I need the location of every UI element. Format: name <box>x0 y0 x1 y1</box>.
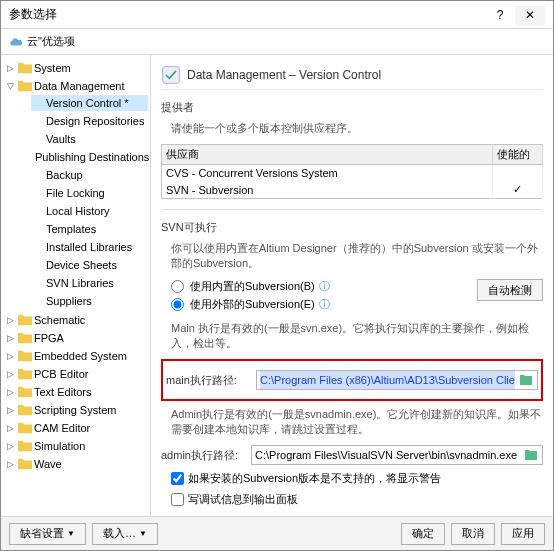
tree-item[interactable]: ▷Scripting System <box>3 402 148 418</box>
expand-icon[interactable]: ▷ <box>5 459 16 470</box>
tree-item[interactable]: Suppliers <box>31 293 148 309</box>
radio-internal[interactable] <box>171 280 184 293</box>
radio-internal-label: 使用内置的Subversion(B) <box>190 279 315 294</box>
main-path-highlight: main执行路径: <box>161 359 543 401</box>
page-title: Data Management – Version Control <box>187 68 381 82</box>
main-path-label: main执行路径: <box>166 373 256 388</box>
col-provider: 供应商 <box>162 145 493 165</box>
provider-name: SVN - Subversion <box>162 181 493 199</box>
expand-icon[interactable]: ▷ <box>5 351 16 362</box>
tree-data-mgmt[interactable]: Data Management <box>34 80 125 92</box>
tree-item[interactable]: ▷Schematic <box>3 312 148 328</box>
main-path-input[interactable] <box>260 371 515 389</box>
tree-item[interactable]: File Locking <box>31 185 148 201</box>
providers-desc: 请使能一个或多个版本控制供应程序。 <box>171 121 543 136</box>
svn-desc: 你可以使用内置在Altium Designer（推荐的）中的Subversion… <box>171 241 543 271</box>
radio-external-label: 使用外部的Subversion(E) <box>190 297 315 312</box>
tree-item[interactable]: Local History <box>31 203 148 219</box>
check-unsupported[interactable] <box>171 472 184 485</box>
radio-external[interactable] <box>171 298 184 311</box>
cloud-label: 云"优选项 <box>27 34 75 49</box>
provider-enabled[interactable] <box>493 165 543 182</box>
expand-icon[interactable]: ▷ <box>5 63 16 74</box>
tree-item[interactable]: Version Control * <box>31 95 148 111</box>
svn-title: SVN可执行 <box>161 220 543 235</box>
expand-icon[interactable]: ▷ <box>5 369 16 380</box>
tree-item[interactable]: Backup <box>31 167 148 183</box>
info-icon[interactable]: ⓘ <box>319 297 330 312</box>
tree-item[interactable]: ▷Embedded System <box>3 348 148 364</box>
info-icon[interactable]: ⓘ <box>319 279 330 294</box>
tree-item[interactable]: ▷Simulation <box>3 438 148 454</box>
auto-detect-button[interactable]: 自动检测 <box>477 279 543 301</box>
window-title: 参数选择 <box>9 6 485 23</box>
chevron-down-icon: ▼ <box>139 529 147 538</box>
admin-path-label: admin执行路径: <box>161 448 251 463</box>
expand-icon[interactable]: ▷ <box>5 315 16 326</box>
providers-title: 提供者 <box>161 100 543 115</box>
col-enabled: 使能的 <box>493 145 543 165</box>
close-button[interactable]: ✕ <box>515 5 545 25</box>
tree-item[interactable]: Templates <box>31 221 148 237</box>
tree-system[interactable]: System <box>34 62 71 74</box>
tree-item[interactable]: ▷Text Editors <box>3 384 148 400</box>
main-desc: Main 执行是有效的(一般是svn.exe)。它将执行知识库的主要操作，例如检… <box>171 321 543 351</box>
tree-item[interactable]: ▷Wave <box>3 456 148 472</box>
folder-icon <box>18 62 32 74</box>
tree-item[interactable]: ▷FPGA <box>3 330 148 346</box>
expand-icon[interactable]: ▷ <box>5 333 16 344</box>
ok-button[interactable]: 确定 <box>401 523 445 545</box>
check-unsupported-label: 如果安装的Subversion版本是不支持的，将显示警告 <box>188 471 441 486</box>
tree-item[interactable]: ▷CAM Editor <box>3 420 148 436</box>
expand-icon[interactable]: ▷ <box>5 423 16 434</box>
expand-icon[interactable]: ▷ <box>5 441 16 452</box>
nav-tree[interactable]: ▷System ▽Data Management Version Control… <box>1 55 151 515</box>
admin-desc: Admin执行是有效的(一般是svnadmin.exe)。它允许创建新的知识库。… <box>171 407 543 437</box>
tree-item[interactable]: ▷PCB Editor <box>3 366 148 382</box>
tree-item[interactable]: Design Repositories <box>31 113 148 129</box>
defaults-button[interactable]: 缺省设置▼ <box>9 523 86 545</box>
admin-path-input[interactable] <box>255 446 520 464</box>
provider-enabled[interactable]: ✓ <box>493 181 543 199</box>
check-debug[interactable] <box>171 493 184 506</box>
tree-item[interactable]: SVN Libraries <box>31 275 148 291</box>
chevron-down-icon: ▼ <box>67 529 75 538</box>
providers-table: 供应商 使能的 CVS - Concurrent Versions System… <box>161 144 543 199</box>
collapse-icon[interactable]: ▽ <box>5 81 16 92</box>
svg-rect-0 <box>163 67 180 84</box>
tree-item[interactable]: Device Sheets <box>31 257 148 273</box>
check-icon <box>161 65 181 85</box>
expand-icon[interactable]: ▷ <box>5 405 16 416</box>
help-button[interactable]: ? <box>485 5 515 25</box>
tree-item[interactable]: Vaults <box>31 131 148 147</box>
apply-button[interactable]: 应用 <box>501 523 545 545</box>
cloud-icon <box>9 35 23 49</box>
browse-icon[interactable] <box>523 447 539 463</box>
tree-item[interactable]: Publishing Destinations <box>31 149 148 165</box>
tree-item[interactable]: Installed Libraries <box>31 239 148 255</box>
provider-name: CVS - Concurrent Versions System <box>162 165 493 182</box>
check-debug-label: 写调试信息到输出面板 <box>188 492 298 507</box>
cancel-button[interactable]: 取消 <box>451 523 495 545</box>
folder-icon <box>18 80 32 92</box>
browse-icon[interactable] <box>518 372 534 388</box>
import-button[interactable]: 载入…▼ <box>92 523 158 545</box>
expand-icon[interactable]: ▷ <box>5 387 16 398</box>
